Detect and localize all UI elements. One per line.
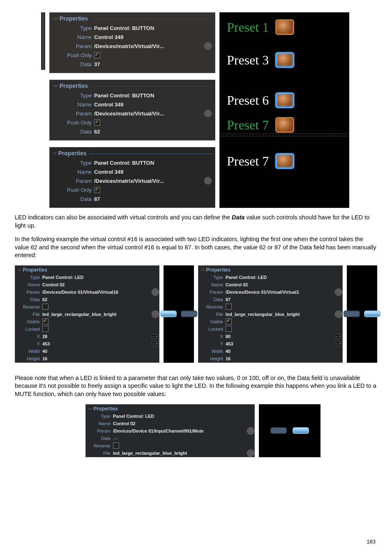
drag-handle-icon: ≡≡ [201,268,204,272]
preset-divider [219,133,349,136]
title-divider [90,86,212,87]
preset-7b[interactable]: Preset 7 [219,148,349,174]
properties-panel-3: ≡≡ Properties TypePanel Control: BUTTON … [49,147,215,208]
top-screenshots: ≡≡≡ Properties TypePanel Control: BUTTON… [43,12,377,208]
preset-led-lit [275,153,294,169]
pushonly-checkbox[interactable] [94,187,100,193]
pushonly-label: Push Only [53,52,94,58]
led-properties-panel-2: ≡≡Properties TypePanel Control: LED Name… [198,265,343,363]
pushonly-checkbox[interactable] [94,52,100,58]
properties-panel-2: ≡≡≡ Properties TypePanel Control: BUTTON… [49,80,215,140]
param-value[interactable]: /Devices/matrix/Virtual/Vir... [94,43,203,49]
led-properties-panel-1: ≡≡Properties TypePanel Control: LED Name… [15,265,159,363]
x-stepper[interactable]: − + [334,334,342,339]
locked-checkbox[interactable] [42,326,48,332]
drag-handle-icon: ≡≡ [18,268,21,272]
locked-checkbox[interactable] [226,326,232,332]
preset-preview: Preset 1 Preset 3 Preset 6 Preset 7 Pres… [219,12,349,208]
drag-handle-icon: ≡≡ [53,151,56,155]
properties-panel-1: ≡≡≡ Properties TypePanel Control: BUTTON… [49,12,215,73]
mini-led-lit [364,311,380,317]
drag-handle-icon: ≡≡≡ [53,84,57,88]
pushonly-checkbox[interactable] [94,120,100,126]
mini-led-lit [160,311,177,317]
browse-icon[interactable]: ⋯ [247,427,254,435]
data-value[interactable]: 37 [94,61,212,67]
preset-led-lit [275,92,294,108]
preset-led-lit [275,52,294,68]
preset-led-off [275,117,294,133]
x-stepper[interactable]: − + [151,334,159,339]
reverse-checkbox[interactable] [113,442,119,449]
properties-title: ≡≡≡ Properties [53,83,212,91]
name-value[interactable]: Control 349 [94,34,212,40]
led-properties-panel-mute: ≡≡Properties TypePanel Control: LED Name… [85,404,255,457]
mini-led-dim [181,311,197,317]
param-label: Param [53,43,94,49]
title-divider [89,154,212,154]
paragraph-3: Please note that when a LED is linked to… [15,374,377,398]
y-stepper[interactable]: − + [151,341,159,346]
browse-icon[interactable]: ⋯ [247,449,254,457]
paragraph-1: LED indicators can also be associated wi… [15,214,377,230]
paragraph-2: In the following example the virtual con… [15,235,377,260]
panel-grab-handle [41,12,45,70]
mini-led-dim [270,427,287,434]
page-number: 183 [367,539,376,545]
properties-title: ≡≡ Properties [53,150,212,158]
data-disabled: --- [113,436,254,441]
browse-icon[interactable]: ⋯ [204,42,212,50]
drag-handle-icon: ≡≡ [88,407,91,411]
properties-title: ≡≡≡ Properties [53,15,212,23]
led-preview-mute [259,404,321,457]
drag-handle-icon: ≡≡≡ [53,16,57,21]
y-stepper[interactable]: − + [334,341,342,346]
mini-led-lit [293,427,309,434]
led-preview-1 [164,265,194,363]
preset-1[interactable]: Preset 1 [219,14,349,40]
name-label: Name [53,34,94,40]
reverse-checkbox[interactable] [42,304,48,310]
mini-led-dim [344,311,360,317]
data-label: Data [53,61,94,67]
browse-icon[interactable]: ⋯ [152,288,159,296]
browse-icon[interactable]: ⋯ [204,177,212,184]
preset-led-off [275,19,294,35]
visible-checkbox[interactable] [226,318,232,325]
preset-6[interactable]: Preset 6 [219,87,349,113]
browse-icon[interactable]: ⋯ [335,288,342,296]
type-value: Panel Control: BUTTON [94,25,212,31]
preset-7a[interactable]: Preset 7 [219,117,349,133]
type-label: Type [53,25,94,31]
led-panels-row: ≡≡Properties TypePanel Control: LED Name… [15,265,377,363]
title-divider [90,19,212,19]
visible-checkbox[interactable] [42,318,48,325]
bottom-row: ≡≡Properties TypePanel Control: LED Name… [85,404,377,457]
reverse-checkbox[interactable] [226,304,232,310]
preset-3[interactable]: Preset 3 [219,47,349,73]
browse-icon[interactable]: ⋯ [204,110,212,117]
led-preview-2 [347,265,377,363]
properties-stack: ≡≡≡ Properties TypePanel Control: BUTTON… [49,12,215,208]
